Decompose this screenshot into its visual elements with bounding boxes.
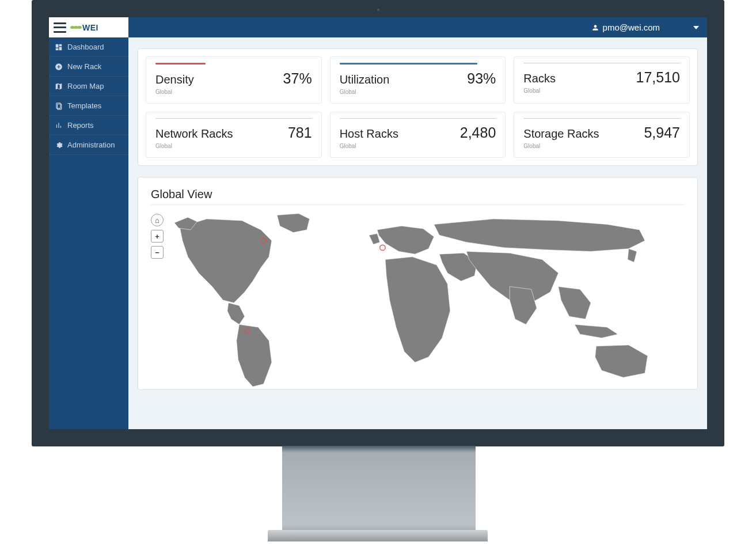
sidebar-item-label: Templates bbox=[67, 101, 101, 110]
map-icon bbox=[55, 82, 63, 90]
map-controls: ⌂ + − bbox=[151, 214, 164, 259]
metric-bar bbox=[155, 118, 312, 119]
metric-title: Network Racks bbox=[155, 127, 233, 141]
divider bbox=[151, 204, 685, 205]
metric-sub: Global bbox=[155, 89, 312, 95]
sidebar-item-administration[interactable]: Administration bbox=[49, 135, 128, 155]
metric-network-racks: Network Racks781 Global bbox=[146, 112, 322, 158]
user-icon bbox=[591, 24, 599, 32]
sidebar-item-label: Dashboard bbox=[67, 43, 104, 51]
metric-value: 17,510 bbox=[636, 69, 680, 86]
sidebar-item-templates[interactable]: Templates bbox=[49, 96, 128, 116]
metric-racks: Racks17,510 Global bbox=[514, 56, 690, 104]
world-map-svg bbox=[151, 211, 685, 389]
chevron-down-icon bbox=[693, 26, 699, 29]
metric-utilization: Utilization93% Global bbox=[330, 56, 506, 104]
sidebar-item-label: Room Map bbox=[67, 82, 104, 90]
monitor-frame: WEI pmo@wei.com Dashboard New Rack Room … bbox=[32, 0, 724, 446]
dashboard-icon bbox=[55, 43, 63, 51]
metric-sub: Global bbox=[340, 143, 496, 149]
metric-sub: Global bbox=[340, 89, 496, 95]
user-menu[interactable]: pmo@wei.com bbox=[583, 17, 707, 37]
sidebar-item-new-rack[interactable]: New Rack bbox=[49, 57, 128, 77]
sidebar-item-room-map[interactable]: Room Map bbox=[49, 77, 128, 96]
hamburger-icon[interactable] bbox=[54, 22, 66, 33]
map-title: Global View bbox=[151, 188, 685, 201]
metric-value: 93% bbox=[467, 70, 496, 87]
sidebar-item-label: New Rack bbox=[67, 62, 101, 71]
metric-title: Racks bbox=[523, 72, 556, 85]
sidebar-item-dashboard[interactable]: Dashboard bbox=[49, 37, 128, 57]
metric-bar bbox=[523, 118, 680, 119]
metric-title: Utilization bbox=[340, 73, 390, 86]
monitor-stand-base bbox=[268, 530, 488, 541]
world-map[interactable]: ⌂ + − bbox=[151, 211, 685, 389]
metric-value: 37% bbox=[283, 70, 312, 87]
metric-sub: Global bbox=[523, 143, 680, 149]
metric-sub: Global bbox=[155, 143, 312, 149]
monitor-stand-neck bbox=[282, 446, 476, 531]
map-home-button[interactable]: ⌂ bbox=[151, 214, 164, 226]
top-header: WEI pmo@wei.com bbox=[49, 17, 707, 37]
metric-storage-racks: Storage Racks5,947 Global bbox=[514, 112, 690, 158]
metric-bar bbox=[155, 63, 206, 65]
metric-density: Density37% Global bbox=[146, 56, 322, 104]
templates-icon bbox=[55, 102, 63, 110]
metric-title: Host Racks bbox=[340, 127, 398, 141]
logo-area: WEI bbox=[49, 17, 128, 37]
metric-bar bbox=[340, 118, 496, 119]
metric-host-racks: Host Racks2,480 Global bbox=[330, 112, 506, 158]
metric-value: 781 bbox=[288, 124, 312, 141]
metric-bar bbox=[340, 63, 477, 65]
map-zoom-out-button[interactable]: − bbox=[151, 246, 164, 259]
plus-icon bbox=[55, 63, 63, 71]
main-content: Density37% Global Utilization93% Global … bbox=[128, 37, 707, 429]
logo-text: WEI bbox=[82, 23, 98, 32]
sidebar-item-reports[interactable]: Reports bbox=[49, 116, 128, 135]
user-email: pmo@wei.com bbox=[603, 22, 660, 32]
metric-sub: Global bbox=[523, 88, 680, 94]
screen: WEI pmo@wei.com Dashboard New Rack Room … bbox=[49, 17, 707, 429]
metric-value: 2,480 bbox=[460, 124, 496, 141]
map-zoom-in-button[interactable]: + bbox=[151, 230, 164, 243]
metric-title: Storage Racks bbox=[523, 127, 599, 141]
sidebar-item-label: Administration bbox=[67, 141, 115, 149]
camera-dot bbox=[377, 9, 379, 11]
sidebar: Dashboard New Rack Room Map Templates Re… bbox=[49, 37, 128, 429]
logo-leaves-icon bbox=[71, 26, 81, 29]
global-view-panel: Global View ⌂ + − bbox=[138, 177, 698, 390]
metrics-panel: Density37% Global Utilization93% Global … bbox=[138, 48, 698, 166]
metric-bar bbox=[523, 63, 680, 63]
map-marker[interactable] bbox=[380, 245, 385, 250]
sidebar-item-label: Reports bbox=[67, 121, 94, 130]
chart-icon bbox=[55, 122, 63, 130]
gear-icon bbox=[55, 141, 63, 149]
metric-value: 5,947 bbox=[644, 124, 680, 141]
metric-title: Density bbox=[155, 73, 194, 86]
